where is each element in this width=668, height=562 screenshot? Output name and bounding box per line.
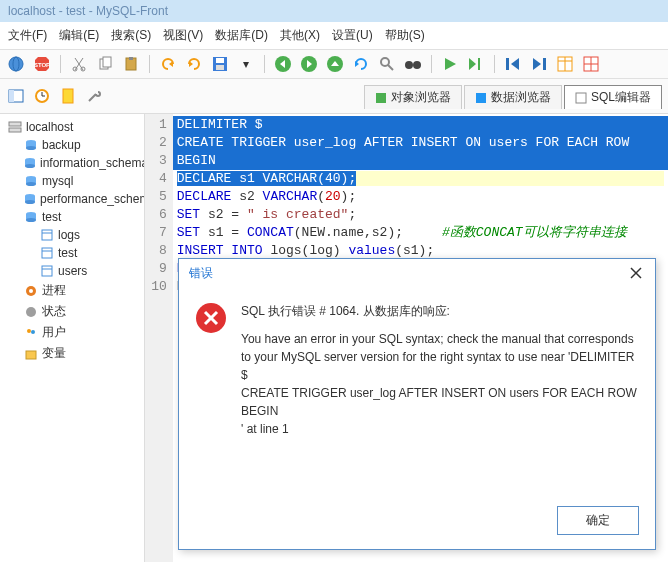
tree-label: logs	[58, 228, 80, 242]
menu-settings[interactable]: 设置(U)	[328, 25, 377, 46]
paste-icon[interactable]	[121, 54, 141, 74]
menu-edit[interactable]: 编辑(E)	[55, 25, 103, 46]
menu-search[interactable]: 搜索(S)	[107, 25, 155, 46]
table-icon	[40, 246, 54, 260]
svg-marker-11	[189, 61, 193, 67]
save-icon[interactable]	[210, 54, 230, 74]
server-icon	[8, 120, 22, 134]
tree-label: performance_schema	[40, 192, 145, 206]
svg-point-55	[25, 164, 35, 168]
close-icon[interactable]	[629, 266, 645, 282]
separator	[431, 55, 432, 73]
menu-view[interactable]: 视图(V)	[159, 25, 207, 46]
explore-icon[interactable]	[377, 54, 397, 74]
tree-db[interactable]: mysql	[0, 172, 144, 190]
svg-marker-27	[469, 58, 476, 70]
menu-file[interactable]: 文件(F)	[4, 25, 51, 46]
tab-object-browser[interactable]: 对象浏览器	[364, 85, 462, 109]
svg-point-5	[81, 67, 85, 71]
copy-icon[interactable]	[95, 54, 115, 74]
dialog-buttons: 确定	[179, 496, 655, 549]
svg-point-64	[26, 218, 36, 222]
svg-rect-65	[42, 230, 52, 240]
code-line: DECLARE s1 VARCHAR(40);	[173, 170, 668, 188]
tree-table[interactable]: test	[0, 244, 144, 262]
svg-point-25	[413, 61, 421, 69]
back-icon[interactable]	[273, 54, 293, 74]
first-icon[interactable]	[503, 54, 523, 74]
world-icon[interactable]	[6, 54, 26, 74]
dialog-body: SQL 执行错误 # 1064. 从数据库的响应: You have an er…	[179, 288, 655, 496]
svg-rect-28	[478, 58, 480, 70]
panel1-icon[interactable]	[6, 86, 26, 106]
grid1-icon[interactable]	[555, 54, 575, 74]
database-icon	[24, 156, 36, 170]
svg-rect-45	[376, 93, 386, 103]
tree-variables[interactable]: 变量	[0, 343, 144, 364]
tree-table[interactable]: logs	[0, 226, 144, 244]
table-icon	[40, 264, 54, 278]
tree-label: 用户	[42, 324, 66, 341]
ok-button[interactable]: 确定	[557, 506, 639, 535]
tab-label: 数据浏览器	[491, 89, 551, 106]
svg-rect-29	[506, 58, 509, 70]
dialog-titlebar: 错误	[179, 259, 655, 288]
toolbar-secondary: 对象浏览器 数据浏览器 SQL编辑器	[0, 79, 668, 114]
tab-sql-editor[interactable]: SQL编辑器	[564, 85, 662, 109]
save-dropdown-icon[interactable]: ▾	[236, 54, 256, 74]
svg-point-75	[31, 330, 35, 334]
history-icon[interactable]	[32, 86, 52, 106]
tree-processes[interactable]: 进程	[0, 280, 144, 301]
svg-point-74	[27, 329, 31, 333]
undo-icon[interactable]	[158, 54, 178, 74]
tree-users[interactable]: 用户	[0, 322, 144, 343]
tab-data-browser[interactable]: 数据浏览器	[464, 85, 562, 109]
tree-root[interactable]: localhost	[0, 118, 144, 136]
toolbar-main: STOP ▾	[0, 50, 668, 79]
svg-point-0	[9, 57, 23, 71]
error-dialog: 错误 SQL 执行错误 # 1064. 从数据库的响应: You have an…	[178, 258, 656, 550]
database-icon	[24, 138, 38, 152]
menu-database[interactable]: 数据库(D)	[211, 25, 272, 46]
menu-help[interactable]: 帮助(S)	[381, 25, 429, 46]
svg-rect-49	[9, 128, 21, 132]
svg-rect-9	[129, 57, 133, 60]
svg-point-4	[73, 67, 77, 71]
run-step-icon[interactable]	[466, 54, 486, 74]
binoculars-icon[interactable]	[403, 54, 423, 74]
stop-icon[interactable]: STOP	[32, 54, 52, 74]
cut-icon[interactable]	[69, 54, 89, 74]
redo-icon[interactable]	[184, 54, 204, 74]
code-line: SET s1 = CONCAT(NEW.name,s2); #函数CONCAT可…	[173, 224, 668, 242]
grid2-icon[interactable]	[581, 54, 601, 74]
tree-db[interactable]: backup	[0, 136, 144, 154]
last-icon[interactable]	[529, 54, 549, 74]
svg-point-58	[26, 182, 36, 186]
svg-rect-76	[26, 351, 36, 359]
svg-point-73	[26, 307, 36, 317]
tree-db[interactable]: performance_schema	[0, 190, 144, 208]
tab-label: 对象浏览器	[391, 89, 451, 106]
run-icon[interactable]	[440, 54, 460, 74]
title-text: localhost - test - MySQL-Front	[8, 4, 168, 18]
forward-icon[interactable]	[299, 54, 319, 74]
svg-marker-26	[445, 58, 456, 70]
tree-status[interactable]: 状态	[0, 301, 144, 322]
code-line: DELIMITER $	[173, 116, 668, 134]
tree-table[interactable]: users	[0, 262, 144, 280]
database-icon	[24, 174, 38, 188]
tool-icon[interactable]	[84, 86, 104, 106]
code-line: DECLARE s2 VARCHAR(20);	[173, 188, 668, 206]
code-line: BEGIN	[173, 152, 668, 170]
up-icon[interactable]	[325, 54, 345, 74]
bookmark-icon[interactable]	[58, 86, 78, 106]
menu-other[interactable]: 其他(X)	[276, 25, 324, 46]
svg-point-24	[405, 61, 413, 69]
tree-label: test	[42, 210, 61, 224]
tree-db[interactable]: information_schema	[0, 154, 144, 172]
tree-db-active[interactable]: test	[0, 208, 144, 226]
line-gutter: 12345678910	[145, 114, 173, 562]
dialog-detail: You have an error in your SQL syntax; ch…	[241, 330, 639, 438]
refresh-icon[interactable]	[351, 54, 371, 74]
tab-label: SQL编辑器	[591, 89, 651, 106]
